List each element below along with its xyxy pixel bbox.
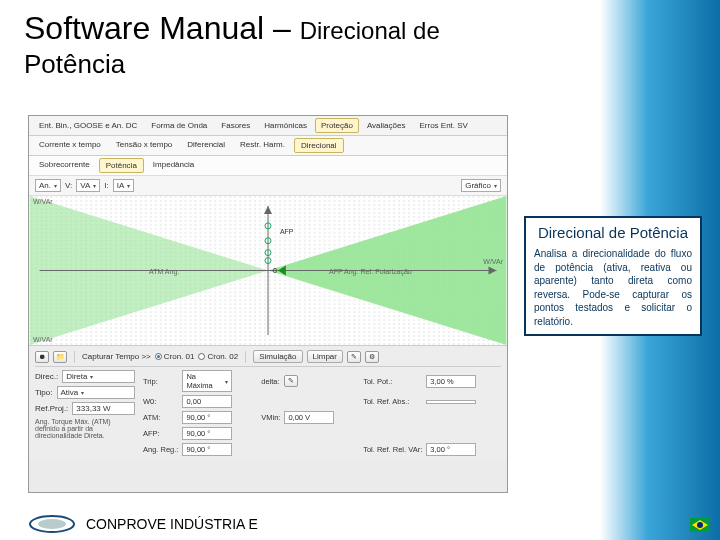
direc-label: Direc.: [35,372,58,381]
angreg-input[interactable]: 90,00 ° [182,443,232,456]
trip-label: Trip: [143,377,178,386]
atm-input[interactable]: 90,00 ° [182,411,232,424]
bottom-panel: ⏺ 📁 Capturar Tempo >> Cron. 01 Cron. 02 … [29,346,507,460]
tipo-dropdown[interactable]: Ativa [57,386,136,399]
y-axis-label-b: W/VAr [33,336,53,343]
afp-label: AFP: [143,429,178,438]
tab-erros-ent-sv[interactable]: Erros Ent. SV [413,118,473,133]
right-grid: Trip: Na Máxima delta: ✎ Tol. Pot.: 3,00… [143,370,501,456]
limpar-button[interactable]: Limpar [307,350,343,363]
capture-row: ⏺ 📁 Capturar Tempo >> Cron. 01 Cron. 02 … [35,350,501,363]
callout-body: Analisa a direcionalidade do fluxo de po… [534,247,692,328]
delta-edit-icon[interactable]: ✎ [284,375,298,387]
title-sub: Direcional de [300,17,440,44]
w0-label: W0: [143,397,178,406]
tab-pot-ncia[interactable]: Potência [99,158,144,173]
tab-imped-ncia[interactable]: Impedância [147,158,200,173]
control-row: An. V: VA I: IA Gráfico [29,176,507,196]
v-label: V: [65,181,72,190]
capture-icon[interactable]: ⏺ [35,351,49,363]
y-axis-label: W/VAr [33,198,53,205]
tolrefrel-label: Tol. Ref. Rel. VAr: [363,445,422,454]
tipo-label: Tipo: [35,388,53,397]
trip-dropdown[interactable]: Na Máxima [182,370,232,392]
w0-input[interactable]: 0,00 [182,395,232,408]
tab-direcional[interactable]: Direcional [294,138,344,153]
tabbar-mid: Corrente x tempoTensão x tempoDiferencia… [29,136,507,156]
tab-restr-harm-[interactable]: Restr. Harm. [234,138,291,153]
tabbar-top: Ent. Bin., GOOSE e An. DCForma de OndaFa… [29,116,507,136]
vmin-input[interactable]: 0,00 V [284,411,334,424]
an-dropdown[interactable]: An. [35,179,61,192]
svg-text:0: 0 [273,267,277,274]
angreg-label: Ang. Reg.: [143,445,178,454]
callout-title: Direcional de Potência [534,224,692,241]
svg-text:AFP: AFP [280,228,294,235]
footer: CONPROVE INDÚSTRIA E [28,514,258,534]
atm-label: ATM: [143,413,178,422]
tab-diferencial[interactable]: Diferencial [181,138,231,153]
simulacao-button[interactable]: Simulação [253,350,302,363]
brazil-flag-icon [690,518,710,532]
cron02-label: Cron. 02 [207,352,238,361]
tab-forma-de-onda[interactable]: Forma de Onda [145,118,213,133]
tab-fasores[interactable]: Fasores [215,118,256,133]
conprove-logo-icon [28,514,76,534]
folder-icon[interactable]: 📁 [53,351,67,363]
tab-sobrecorrente[interactable]: Sobrecorrente [33,158,96,173]
pencil-icon[interactable]: ✎ [347,351,361,363]
callout-box: Direcional de Potência Analisa a direcio… [524,216,702,336]
i-label: I: [104,181,108,190]
atm-note: Ang. Torque Máx. (ATM) definido a partir… [35,418,125,439]
afp-input[interactable]: 90,00 ° [182,427,232,440]
cron01-label: Cron. 01 [164,352,195,361]
chart-right-text: AFP Ang. Ref. Polarização [329,268,412,275]
footer-text: CONPROVE INDÚSTRIA E [86,516,258,532]
tolrefabs-input[interactable] [426,400,476,404]
tab-tens-o-x-tempo[interactable]: Tensão x tempo [110,138,178,153]
direc-dropdown[interactable]: Direta [62,370,135,383]
title-main: Software Manual – [24,10,300,46]
tabbar-sub: SobrecorrentePotênciaImpedância [29,156,507,176]
delta-label: delta: [261,377,280,386]
direcional-chart: AFP 0 [29,196,507,345]
tab-prote-o[interactable]: Proteção [315,118,359,133]
vmin-label: VMin: [261,413,280,422]
i-dropdown[interactable]: IA [113,179,135,192]
x-axis-label: W/VAr [483,258,503,265]
tab-harm-nicas[interactable]: Harmônicas [258,118,313,133]
refproj-label: Ref.Proj.: [35,404,68,413]
tab-avalia-es[interactable]: Avaliações [361,118,412,133]
tab-corrente-x-tempo[interactable]: Corrente x tempo [33,138,107,153]
svg-point-16 [38,519,66,529]
chart-left-text: ATM Ang. [149,268,179,275]
tolpot-input[interactable]: 3,00 % [426,375,476,388]
v-dropdown[interactable]: VA [76,179,100,192]
tolpot-label: Tol. Pot.: [363,377,422,386]
refproj-input[interactable]: 333,33 W [72,402,135,415]
tolrefabs-label: Tol. Ref. Abs.: [363,397,422,406]
svg-point-19 [697,522,703,528]
cron02-radio[interactable]: Cron. 02 [198,352,238,361]
grafico-dropdown[interactable]: Gráfico [461,179,501,192]
settings-icon[interactable]: ⚙ [365,351,379,363]
slide-title: Software Manual – Direcional de Potência [24,10,696,80]
chart-area: AFP 0 W/VAr W/VAr ATM Ang. AFP Ang. Ref.… [29,196,507,346]
app-window: Ent. Bin., GOOSE e An. DCForma de OndaFa… [28,115,508,493]
capture-label: Capturar Tempo >> [82,352,151,361]
cron01-radio[interactable]: Cron. 01 [155,352,195,361]
title-sub2: Potência [24,49,696,80]
tolrefrel-input[interactable]: 3,00 ° [426,443,476,456]
left-col: Direc.: Direta Tipo: Ativa Ref.Proj.: 33… [35,370,135,456]
tab-ent-bin-goose-e-an-dc[interactable]: Ent. Bin., GOOSE e An. DC [33,118,143,133]
